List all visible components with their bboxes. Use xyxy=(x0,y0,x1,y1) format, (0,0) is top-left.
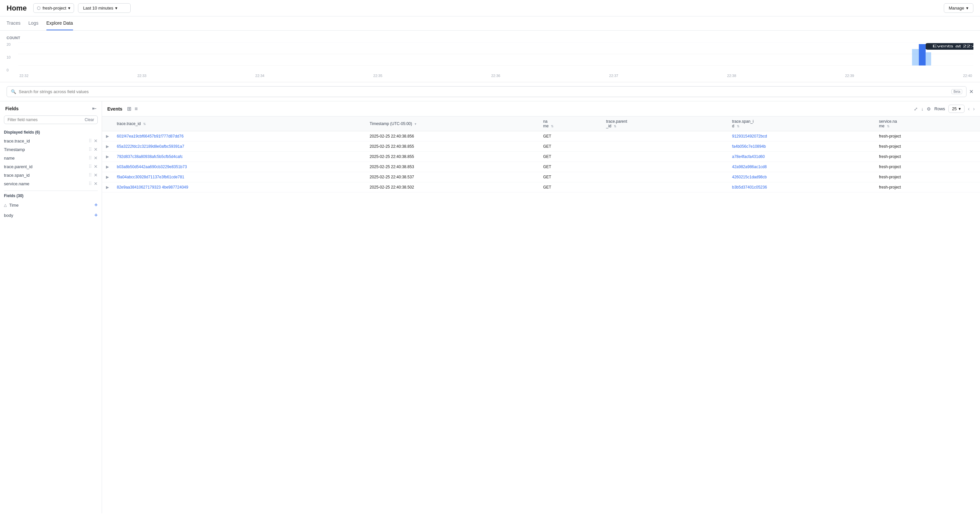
timestamp-cell: 2025-02-25 22:40:38.855 xyxy=(366,142,539,152)
drag-handle-icon[interactable]: ⠿ xyxy=(89,164,92,169)
remove-field-button[interactable]: ✕ xyxy=(94,147,98,152)
svg-rect-5 xyxy=(926,53,931,65)
timestamp-cell: 2025-02-25 22:40:38.855 xyxy=(366,152,539,162)
sort-icon[interactable]: ⇅ xyxy=(737,124,740,128)
add-field-button[interactable]: + xyxy=(94,212,98,219)
span-id-link[interactable]: 4260215c1dad98cb xyxy=(732,175,767,179)
row-expand-icon[interactable]: ▶ xyxy=(106,144,109,149)
field-label: trace.trace_id xyxy=(4,138,86,143)
service-name-cell: fresh-project xyxy=(875,152,980,162)
search-icon: 🔍 xyxy=(11,89,16,94)
field-label: Time xyxy=(9,203,92,208)
sort-icon[interactable]: ▾ xyxy=(415,122,416,126)
table-row: ▶ 82e9aa38410627179323 4be987724049 2025… xyxy=(102,182,980,193)
row-expand-icon[interactable]: ▶ xyxy=(106,164,109,169)
sidebar: Fields ⇤ Clear Displayed fields (6) trac… xyxy=(0,101,102,513)
field-label: trace.span_id xyxy=(4,173,86,178)
add-field-button[interactable]: + xyxy=(94,202,98,208)
filter-clear-button[interactable]: Clear xyxy=(84,118,94,122)
drag-handle-icon[interactable]: ⠿ xyxy=(89,147,92,152)
prev-page-button[interactable]: ‹ xyxy=(968,106,969,112)
parent-id-cell xyxy=(602,172,728,182)
tab-traces[interactable]: Traces xyxy=(6,16,21,30)
service-name-cell: fresh-project xyxy=(875,182,980,193)
span-id-link[interactable]: 42a982a986ac1cd8 xyxy=(732,164,767,169)
field-label: name xyxy=(4,156,86,161)
project-selector[interactable]: ⬡ fresh-project ▾ xyxy=(33,3,74,13)
list-view-icon[interactable]: ≡ xyxy=(135,106,138,112)
span-id-link[interactable]: b3b5d37401c05236 xyxy=(732,185,767,189)
y-label-20: 20 xyxy=(6,43,16,46)
x-label-2236: 22:36 xyxy=(491,74,501,78)
settings-icon[interactable]: ⚙ xyxy=(927,106,931,111)
events-table: trace.trace_id ⇅ Timestamp (UTC-05:00) ▾… xyxy=(102,116,980,193)
search-input[interactable] xyxy=(19,89,949,94)
drag-handle-icon[interactable]: ⠿ xyxy=(89,181,92,186)
rows-selector[interactable]: 25 ▾ xyxy=(948,105,964,113)
tab-explore-data[interactable]: Explore Data xyxy=(46,16,73,30)
span-id-link[interactable]: 9129315492072bcd xyxy=(732,134,767,138)
drag-handle-icon[interactable]: ⠿ xyxy=(89,172,92,178)
trace-id-link[interactable]: 65a3222fdc2c32189d8e0afbc59391a7 xyxy=(117,144,184,149)
app-title: Home xyxy=(6,4,27,13)
table-view-icon[interactable]: ⊞ xyxy=(127,106,131,112)
row-expand-icon[interactable]: ▶ xyxy=(106,185,109,189)
hexagon-icon: ⬡ xyxy=(37,6,40,11)
row-expand-icon[interactable]: ▶ xyxy=(106,154,109,159)
trace-id-link[interactable]: 792d837c38a80938afc5b5cfb5d4cafc xyxy=(117,154,183,159)
chart-y-axis: 20 10 0 xyxy=(6,43,16,72)
remove-field-button[interactable]: ✕ xyxy=(94,155,98,161)
x-label-2235: 22:35 xyxy=(373,74,382,78)
span-id-link[interactable]: a78e4facfa431d60 xyxy=(732,154,765,159)
remove-field-button[interactable]: ✕ xyxy=(94,164,98,169)
remove-field-button[interactable]: ✕ xyxy=(94,181,98,186)
download-icon[interactable]: ↓ xyxy=(921,106,923,111)
sort-icon[interactable]: ⇅ xyxy=(887,124,889,128)
manage-button[interactable]: Manage ▾ xyxy=(944,3,974,13)
svg-rect-3 xyxy=(912,49,919,65)
search-input-wrap: 🔍 Beta xyxy=(6,86,967,97)
filter-field-names-input[interactable] xyxy=(8,118,83,122)
search-clear-icon[interactable]: ✕ xyxy=(969,89,974,95)
collapse-sidebar-button[interactable]: ⇤ xyxy=(92,105,96,111)
available-field-time: △ Time + xyxy=(4,200,98,210)
trace-id-link[interactable]: b03a8b50d5442aa690cb3229e8351b73 xyxy=(117,164,187,169)
remove-field-button[interactable]: ✕ xyxy=(94,138,98,143)
name-cell: GET xyxy=(539,182,602,193)
trace-id-link[interactable]: 601f47ea19cbf66457b91f777d87dd76 xyxy=(117,134,184,138)
span-id-link[interactable]: fa4b056c7e10894b xyxy=(732,144,766,149)
tab-logs[interactable]: Logs xyxy=(28,16,38,30)
trace-id-link[interactable]: 82e9aa38410627179323 4be987724049 xyxy=(117,185,188,189)
nav-tabs: Traces Logs Explore Data xyxy=(0,16,980,30)
sort-icon[interactable]: ⇅ xyxy=(614,124,616,128)
sort-icon[interactable]: ⇅ xyxy=(551,124,554,128)
row-expand-icon[interactable]: ▶ xyxy=(106,175,109,179)
displayed-fields-list: trace.trace_id ⠿ ✕ Timestamp ⠿ ✕ name ⠿ … xyxy=(4,137,98,188)
timestamp-cell: 2025-02-25 22:40:38.856 xyxy=(366,131,539,142)
service-name-cell: fresh-project xyxy=(875,142,980,152)
remove-field-button[interactable]: ✕ xyxy=(94,172,98,178)
events-title: Events xyxy=(107,106,123,111)
sidebar-title: Fields xyxy=(5,106,18,111)
name-cell: GET xyxy=(539,131,602,142)
sort-icon[interactable]: ⇅ xyxy=(143,122,146,126)
y-label-0: 0 xyxy=(6,68,16,72)
service-name-cell: fresh-project xyxy=(875,162,980,172)
trace-id-link[interactable]: f9a04abcc30928d71137e3fb61cde781 xyxy=(117,175,184,179)
next-page-button[interactable]: › xyxy=(973,106,975,112)
table-row: ▶ 792d837c38a80938afc5b5cfb5d4cafc 2025-… xyxy=(102,152,980,162)
fullscreen-icon[interactable]: ⤢ xyxy=(914,106,918,111)
drag-handle-icon[interactable]: ⠿ xyxy=(89,138,92,143)
col-header-trace-id: trace.trace_id ⇅ xyxy=(113,116,366,131)
table-row: ▶ 601f47ea19cbf66457b91f777d87dd76 2025-… xyxy=(102,131,980,142)
displayed-field-name: name ⠿ ✕ xyxy=(4,154,98,162)
drag-handle-icon[interactable]: ⠿ xyxy=(89,155,92,161)
available-field-body: body + xyxy=(4,210,98,220)
name-cell: GET xyxy=(539,142,602,152)
chart-area: COUNT 20 10 0 Events at 22:40:38 xyxy=(0,30,980,82)
project-name: fresh-project xyxy=(43,6,66,11)
time-range-selector[interactable]: Last 10 minutes ▾ xyxy=(78,3,130,13)
fields-section-title: Fields (30) xyxy=(4,194,98,198)
row-expand-icon[interactable]: ▶ xyxy=(106,134,109,138)
main-layout: Fields ⇤ Clear Displayed fields (6) trac… xyxy=(0,101,980,513)
